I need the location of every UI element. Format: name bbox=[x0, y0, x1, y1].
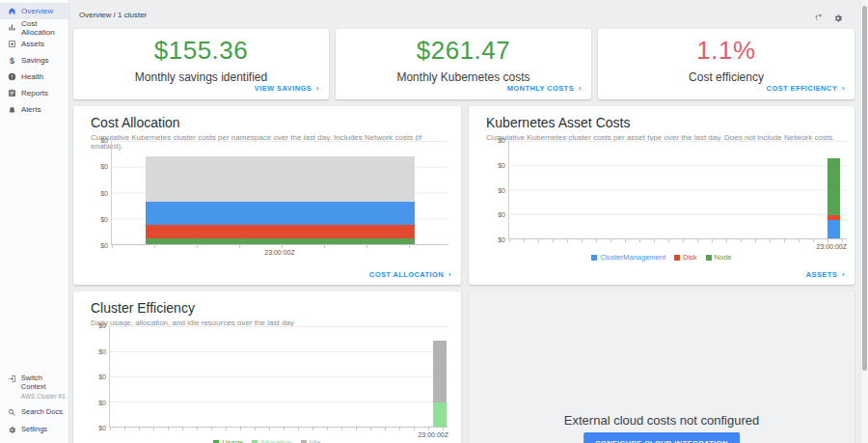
settings-label: Settings bbox=[21, 425, 47, 433]
y-axis-tick-label: $0 bbox=[498, 211, 505, 218]
monthly-costs-value: $261.47 bbox=[336, 36, 591, 66]
breadcrumb: Overview / 1 cluster bbox=[79, 11, 147, 19]
sidebar-footer: Switch Context AWS Cluster #1 Search Doc… bbox=[0, 370, 68, 438]
bell-icon bbox=[8, 105, 16, 114]
legend-swatch-icon bbox=[213, 440, 219, 443]
gear-icon bbox=[8, 426, 16, 434]
y-axis-tick-label: $0 bbox=[98, 400, 106, 406]
x-axis-label: 23:00:00Z bbox=[111, 249, 448, 256]
assets-box-icon bbox=[8, 40, 16, 48]
asset-costs-legend: ClusterManagementDiskNode bbox=[469, 253, 854, 262]
sidebar-item-cost-allocation[interactable]: Cost Allocation bbox=[0, 19, 68, 36]
savings-label: Monthly savings identified bbox=[73, 70, 329, 84]
y-axis-tick-label: $0 bbox=[498, 162, 505, 169]
cost-efficiency-label: Cost efficiency bbox=[598, 70, 854, 84]
legend-item-allocation[interactable]: Allocation bbox=[252, 438, 292, 443]
sidebar-nav: Overview Cost Allocation Assets $ Saving… bbox=[0, 0, 68, 118]
y-axis-tick-label: $0 bbox=[100, 242, 108, 249]
stacked-bar[interactable] bbox=[146, 141, 415, 244]
legend-item-idle[interactable]: Idle bbox=[301, 438, 321, 443]
current-cluster-label: AWS Cluster #1 bbox=[21, 393, 68, 400]
vertical-scrollbar[interactable] bbox=[860, 0, 868, 443]
cost-allocation-card: Cost Allocation Cumulative Kubernetes cl… bbox=[73, 106, 461, 285]
x-axis-label: 23:00:00Z bbox=[816, 243, 847, 250]
legend-item-node[interactable]: Node bbox=[706, 253, 732, 262]
y-axis-tick-label: $0 bbox=[498, 137, 505, 144]
plot-area bbox=[508, 141, 847, 239]
home-icon bbox=[8, 7, 16, 15]
sidebar-item-savings[interactable]: $ Savings bbox=[0, 52, 68, 69]
legend-swatch-icon bbox=[706, 255, 712, 261]
cost-efficiency-summary-card: 1.1% Cost efficiency COST EFFICIENCY› bbox=[598, 29, 854, 99]
savings-summary-card: $155.36 Monthly savings identified VIEW … bbox=[73, 29, 329, 99]
switch-context-icon bbox=[8, 374, 16, 383]
app-root: Overview Cost Allocation Assets $ Saving… bbox=[0, 0, 868, 443]
search-docs-label: Search Docs bbox=[21, 407, 63, 416]
y-axis-tick-label: $0 bbox=[100, 190, 108, 197]
y-axis-labels: $0$0$0$0$0 bbox=[91, 322, 109, 431]
sidebar-item-overview[interactable]: Overview bbox=[0, 3, 68, 19]
legend-label: Idle bbox=[310, 438, 321, 443]
monthly-costs-link[interactable]: MONTHLY COSTS› bbox=[507, 84, 582, 93]
sidebar-item-label: Savings bbox=[21, 56, 48, 65]
sidebar-item-assets[interactable]: Assets bbox=[0, 36, 68, 52]
search-icon bbox=[8, 408, 16, 417]
y-axis-tick-label: $0 bbox=[98, 348, 106, 355]
asset-costs-card: Kubernetes Asset Costs Cumulative Kubern… bbox=[469, 106, 854, 285]
stacked-bar[interactable] bbox=[827, 141, 840, 238]
view-savings-link[interactable]: VIEW SAVINGS› bbox=[255, 84, 319, 93]
bar-segment-idle bbox=[433, 341, 447, 402]
search-docs-button[interactable]: Search Docs bbox=[0, 403, 68, 421]
sidebar: Overview Cost Allocation Assets $ Saving… bbox=[0, 0, 69, 443]
chevron-right-icon: › bbox=[579, 84, 582, 93]
stacked-bar[interactable] bbox=[433, 326, 447, 427]
y-axis-tick-label: $0 bbox=[100, 216, 108, 223]
monthly-costs-label: Monthly Kubernetes costs bbox=[336, 70, 591, 84]
cost-allocation-link[interactable]: COST ALLOCATION› bbox=[369, 270, 451, 279]
switch-context-button[interactable]: Switch Context AWS Cluster #1 bbox=[0, 370, 68, 403]
sidebar-item-alerts[interactable]: Alerts bbox=[0, 101, 68, 118]
y-axis-labels: $0$0$0$0$0 bbox=[490, 137, 508, 243]
external-cloud-message: External cloud costs not configured bbox=[469, 413, 854, 428]
sidebar-item-health[interactable]: Health bbox=[0, 69, 68, 85]
y-axis-tick-label: $0 bbox=[98, 374, 106, 380]
chevron-right-icon: › bbox=[316, 84, 319, 93]
health-status-icon bbox=[8, 72, 16, 81]
legend-swatch-icon bbox=[674, 255, 680, 261]
legend-item-clustermanagement[interactable]: ClusterManagement bbox=[591, 253, 665, 262]
y-axis-tick-label: $0 bbox=[100, 163, 108, 170]
sidebar-item-label: Cost Allocation bbox=[21, 19, 68, 37]
x-axis-ticks bbox=[110, 428, 448, 430]
page-settings-button[interactable] bbox=[833, 10, 847, 23]
y-axis-tick-label: $0 bbox=[98, 425, 106, 431]
sidebar-item-label: Alerts bbox=[21, 105, 41, 114]
cost-efficiency-link[interactable]: COST EFFICIENCY› bbox=[767, 84, 845, 93]
cluster-efficiency-legend: UsageAllocationIdle bbox=[73, 438, 461, 443]
bar-segment-namespace-red bbox=[146, 225, 415, 238]
cost-allocation-title: Cost Allocation bbox=[91, 115, 461, 130]
monthly-costs-summary-card: $261.47 Monthly Kubernetes costs MONTHLY… bbox=[336, 29, 591, 99]
asset-costs-chart: $0$0$0$0$0 bbox=[490, 141, 847, 239]
legend-item-usage[interactable]: Usage bbox=[213, 438, 243, 443]
sidebar-item-label: Overview bbox=[21, 7, 53, 15]
legend-swatch-icon bbox=[252, 440, 258, 443]
assets-link[interactable]: ASSETS› bbox=[806, 270, 845, 279]
plot-area bbox=[111, 141, 448, 245]
x-axis-ticks bbox=[509, 239, 847, 242]
legend-label: Allocation bbox=[260, 438, 292, 443]
legend-item-disk[interactable]: Disk bbox=[674, 253, 697, 262]
y-axis-tick-label: $0 bbox=[100, 137, 108, 144]
settings-button[interactable]: Settings bbox=[0, 421, 68, 438]
cost-efficiency-value: 1.1% bbox=[598, 36, 854, 66]
y-axis-tick-label: $0 bbox=[498, 187, 505, 194]
refresh-button[interactable] bbox=[815, 10, 828, 23]
savings-value: $155.36 bbox=[73, 36, 329, 66]
configure-cloud-integration-button[interactable]: CONFIGURE CLOUD INTEGRATION bbox=[583, 432, 740, 443]
chevron-right-icon: › bbox=[448, 270, 451, 279]
x-axis-ticks bbox=[112, 245, 448, 248]
bar-segment-node bbox=[827, 158, 840, 215]
cost-allocation-chart: $0$0$0$0$0 bbox=[93, 141, 448, 245]
sidebar-item-reports[interactable]: Reports bbox=[0, 85, 68, 101]
legend-label: ClusterManagement bbox=[600, 253, 665, 262]
scrollbar-thumb[interactable] bbox=[862, 6, 867, 371]
